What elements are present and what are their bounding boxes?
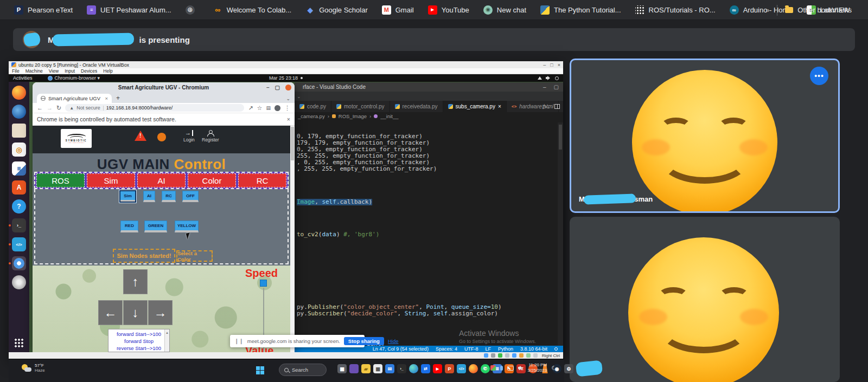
not-secure-label[interactable]: Not secure [76, 105, 100, 111]
vm-menu-help[interactable]: Help [103, 68, 112, 74]
bookmark-ros[interactable]: ROS/Tutorials - RO... [635, 5, 716, 15]
tab-search-chevron[interactable]: ⌄ [286, 96, 290, 101]
bookmark-python-tutorial[interactable]: The Python Tutorial... [540, 5, 621, 15]
tab-receivedata-py[interactable]: receivedata.py [390, 101, 443, 112]
status-indentation[interactable]: Spaces: 4 [436, 346, 457, 352]
files-icon[interactable] [12, 124, 26, 138]
task-view-icon[interactable]: ▦ [337, 364, 347, 373]
breadcrumb-class[interactable]: ROS_Image [339, 113, 367, 119]
editor-scrollbar[interactable] [558, 122, 563, 346]
mode-button-ai[interactable]: AI [143, 191, 155, 202]
symbiotic-logo[interactable]: SYMBIOTIC AGRI TECHNOLOGY [61, 129, 92, 148]
nav-tab-color[interactable]: Color [188, 173, 236, 187]
nav-tab-ai[interactable]: AI [137, 173, 186, 187]
nav-tab-ros[interactable]: ROS [36, 173, 85, 187]
vm-menu-machine[interactable]: Machine [25, 68, 43, 74]
tray-app-icon[interactable] [490, 365, 496, 371]
disc-icon[interactable] [12, 275, 26, 289]
vscode-minimize-button[interactable]: – [543, 84, 546, 90]
vm-menu-input[interactable]: Input [65, 68, 75, 74]
infobar-close-icon[interactable]: × [287, 116, 290, 122]
bookmark-star-icon[interactable]: ☆ [257, 105, 263, 112]
mode-button-sim[interactable]: Sim [120, 191, 136, 202]
bookmark-scholar[interactable]: ◆ Google Scholar [305, 5, 368, 15]
other-bookmarks-button[interactable]: Other bookmarks [785, 6, 852, 14]
vm-menu-view[interactable]: View [49, 68, 59, 74]
tab-close-icon[interactable]: × [498, 103, 501, 109]
vm-menu-devices[interactable]: Devices [81, 68, 97, 74]
taskbar-search[interactable]: Search [279, 364, 327, 376]
tab-close-icon[interactable]: × [105, 95, 108, 101]
tab-subs-camera-py[interactable]: subs_camera.py × [443, 101, 507, 112]
file-explorer-icon[interactable]: ▰ [361, 364, 371, 373]
login-button[interactable]: → Login [183, 130, 195, 143]
breadcrumbs[interactable]: _camera.py › ROS_Image › __init__ [295, 112, 563, 120]
vm-maximize-button[interactable]: □ [550, 62, 553, 68]
chromium-maximize-button[interactable]: ▢ [275, 85, 280, 90]
hide-button[interactable]: Hide [388, 338, 399, 344]
register-button[interactable]: Register [202, 130, 219, 143]
firefox-icon[interactable] [12, 86, 26, 100]
bookmark-new-chat[interactable]: ✳ New chat [483, 5, 526, 15]
ubuntu-software-icon[interactable]: A [12, 180, 26, 195]
color-button-red[interactable]: RED [120, 221, 138, 232]
vscode-code-layer[interactable]: 0, 179, empty_function_for_tracker)179, … [295, 122, 563, 346]
color-button-yellow[interactable]: YELLOW [175, 221, 199, 232]
status-circle-icon[interactable] [157, 133, 166, 141]
arrow-left-button[interactable]: ← [98, 300, 123, 325]
chromium-dock-icon[interactable] [12, 256, 26, 270]
arrow-down-button[interactable]: ↓ [123, 300, 148, 325]
pen-mic-icon[interactable] [500, 366, 503, 371]
run-button[interactable]: ▷⌄ [542, 103, 550, 109]
bookmark-uet[interactable]: ≡ UET Peshawar Alum... [87, 5, 171, 15]
new-tab-button[interactable]: + [116, 94, 120, 102]
status-eol[interactable]: LF [485, 346, 491, 352]
libreoffice-writer-icon[interactable]: ≣ [12, 161, 26, 176]
status-cursor-position[interactable]: Ln 47, Col 9 (54 selected) [373, 346, 429, 352]
speaker-icon[interactable] [518, 366, 524, 370]
status-language[interactable]: Python [498, 346, 513, 352]
vm-minimize-button[interactable]: – [543, 62, 546, 68]
status-encoding[interactable]: UTF-8 [464, 346, 478, 352]
terminal-icon[interactable]: ›_ [397, 364, 406, 373]
app-icon-purple[interactable] [349, 364, 359, 373]
ubuntu-clock[interactable]: Mar 25 23:18 [269, 75, 303, 81]
cast-icon[interactable] [507, 366, 514, 371]
command-log-list[interactable]: forward Start-->100 forward Stop reverse… [108, 329, 170, 352]
notifications-bell-icon[interactable] [554, 347, 558, 351]
bookmark-globe[interactable]: ⊕ [186, 5, 199, 15]
nav-tab-rc[interactable]: RC [238, 173, 286, 187]
terminal-icon[interactable]: ›_ [12, 218, 26, 232]
activities-button[interactable]: Activities [13, 75, 33, 81]
page-scrollbar[interactable] [290, 126, 295, 352]
arrow-right-button[interactable]: → [148, 300, 173, 325]
tab-motor-control-py[interactable]: motor_control.py [331, 101, 390, 112]
show-applications-icon[interactable] [14, 338, 24, 348]
stop-sharing-button[interactable]: Stop sharing [344, 337, 384, 345]
split-editor-icon[interactable] [554, 104, 560, 109]
teamviewer-icon[interactable]: ⇄ [421, 364, 430, 373]
speed-slider-handle[interactable] [260, 280, 267, 287]
mode-button-rc[interactable]: RC [162, 191, 176, 202]
browser-tab[interactable]: Smart Agriculture UGV × [37, 94, 112, 103]
vm-menu-file[interactable]: File [12, 68, 20, 74]
bookmark-pearson[interactable]: P Pearson eText [14, 5, 73, 15]
tray-overflow-chevron[interactable]: ∧ [482, 365, 486, 371]
firefox-icon[interactable] [469, 364, 478, 373]
vscode-icon[interactable]: </> [12, 237, 26, 251]
app-menu[interactable]: Chromium-browser ▾ [48, 75, 100, 81]
list-scrollbar[interactable]: ▲ [164, 329, 169, 352]
breadcrumb-file[interactable]: _camera.py [298, 113, 325, 119]
settings-gear-icon[interactable]: ⚙ [564, 364, 573, 373]
status-python-interpreter[interactable]: 3.8.10 64-bit [520, 346, 547, 352]
bookmarks-overflow-chevron[interactable]: » [765, 6, 769, 14]
start-button[interactable] [256, 366, 264, 374]
mode-button-off[interactable]: OFF [182, 191, 199, 202]
arrow-up-button[interactable]: ↑ [123, 269, 148, 294]
alert-triangle-icon[interactable] [135, 131, 146, 141]
nav-tab-sim[interactable]: Sim [87, 173, 135, 187]
chromium-minimize-button[interactable]: – [266, 85, 270, 90]
mail-icon[interactable]: ✉ [385, 364, 394, 373]
thunderbird-icon[interactable] [12, 105, 26, 119]
chromium-close-button[interactable] [285, 85, 291, 90]
